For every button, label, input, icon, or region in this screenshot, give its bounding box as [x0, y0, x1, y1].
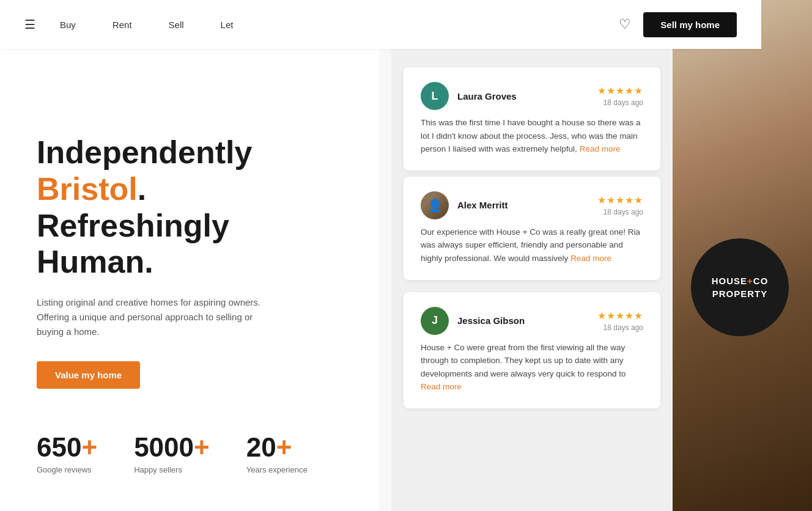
- favorites-icon[interactable]: ♡: [619, 17, 631, 32]
- hero-description: Listing original and creative homes for …: [37, 295, 281, 339]
- review-meta-1: ★★★★★ 18 days ago: [597, 85, 643, 107]
- review-stars-1: ★★★★★: [597, 85, 643, 97]
- hero-section: Independently Bristol. Refreshingly Huma…: [0, 49, 379, 511]
- review-meta-2: ★★★★★ 18 days ago: [597, 194, 643, 216]
- menu-icon[interactable]: ☰: [24, 17, 35, 32]
- stat-number-reviews: 650+: [37, 432, 97, 463]
- logo-text: HOUSE+COPROPERTY: [712, 274, 769, 300]
- review-header-1: L Laura Groves ★★★★★ 18 days ago: [421, 82, 643, 110]
- stat-years-experience: 20+ Years experience: [246, 432, 308, 474]
- review-read-more-3[interactable]: Read more: [421, 382, 462, 391]
- hero-title-dot: .: [138, 171, 146, 207]
- nav-actions: ♡ Sell my home: [619, 12, 737, 37]
- sell-my-home-button[interactable]: Sell my home: [643, 12, 737, 37]
- nav-let[interactable]: Let: [221, 20, 234, 30]
- stat-label-sellers: Happy sellers: [134, 465, 210, 474]
- review-name-1: Laura Groves: [457, 91, 517, 101]
- review-avatar-3: J: [421, 307, 449, 335]
- nav-rent[interactable]: Rent: [113, 20, 132, 30]
- stat-label-years: Years experience: [246, 465, 308, 474]
- review-read-more-1[interactable]: Read more: [580, 144, 621, 153]
- review-read-more-2[interactable]: Read more: [570, 254, 611, 263]
- review-date-2: 18 days ago: [597, 208, 643, 216]
- review-name-2: Alex Merritt: [457, 200, 508, 210]
- stat-number-sellers: 5000+: [134, 432, 210, 463]
- review-stars-3: ★★★★★: [597, 310, 643, 322]
- review-text-1: This was the first time I have bought a …: [421, 116, 643, 156]
- review-stars-2: ★★★★★: [597, 194, 643, 206]
- stat-google-reviews: 650+ Google reviews: [37, 432, 97, 474]
- nav-buy[interactable]: Buy: [60, 20, 76, 30]
- navbar: ☰ Buy Rent Sell Let ♡ Sell my home: [0, 0, 761, 49]
- review-date-3: 18 days ago: [597, 323, 643, 332]
- review-header-2: 👤 Alex Merritt ★★★★★ 18 days ago: [421, 191, 643, 219]
- review-date-1: 18 days ago: [597, 98, 643, 107]
- stat-number-years: 20+: [246, 432, 308, 463]
- stat-label-reviews: Google reviews: [37, 465, 97, 474]
- review-user-2: 👤 Alex Merritt: [421, 191, 508, 219]
- stats-row: 650+ Google reviews 5000+ Happy sellers …: [37, 432, 308, 474]
- nav-links: Buy Rent Sell Let: [60, 20, 619, 30]
- review-header-3: J Jessica Gibson ★★★★★ 18 days ago: [421, 307, 643, 335]
- review-text-3: House + Co were great from the first vie…: [421, 341, 643, 394]
- review-card-1: L Laura Groves ★★★★★ 18 days ago This wa…: [404, 67, 660, 171]
- stat-happy-sellers: 5000+ Happy sellers: [134, 432, 210, 474]
- review-text-2: Our experience with House + Co was a rea…: [421, 226, 643, 265]
- review-user-3: J Jessica Gibson: [421, 307, 525, 335]
- hero-subtitle-line: Refreshingly Human.: [37, 208, 229, 280]
- review-user-1: L Laura Groves: [421, 82, 517, 110]
- hero-title-accent: Bristol: [37, 171, 138, 207]
- reviews-column: L Laura Groves ★★★★★ 18 days ago This wa…: [391, 49, 673, 511]
- nav-sell[interactable]: Sell: [169, 20, 184, 30]
- review-avatar-2: 👤: [421, 191, 449, 219]
- hero-title-prefix: Independently: [37, 134, 252, 170]
- brand-logo-circle: HOUSE+COPROPERTY: [691, 238, 789, 336]
- review-card-2: 👤 Alex Merritt ★★★★★ 18 days ago Our exp…: [404, 177, 660, 280]
- value-my-home-button[interactable]: Value my home: [37, 361, 140, 389]
- review-meta-3: ★★★★★ 18 days ago: [597, 310, 643, 332]
- review-name-3: Jessica Gibson: [457, 315, 525, 326]
- hero-title: Independently Bristol. Refreshingly Huma…: [37, 134, 342, 281]
- review-avatar-1: L: [421, 82, 449, 110]
- review-card-3: J Jessica Gibson ★★★★★ 18 days ago House…: [404, 292, 660, 408]
